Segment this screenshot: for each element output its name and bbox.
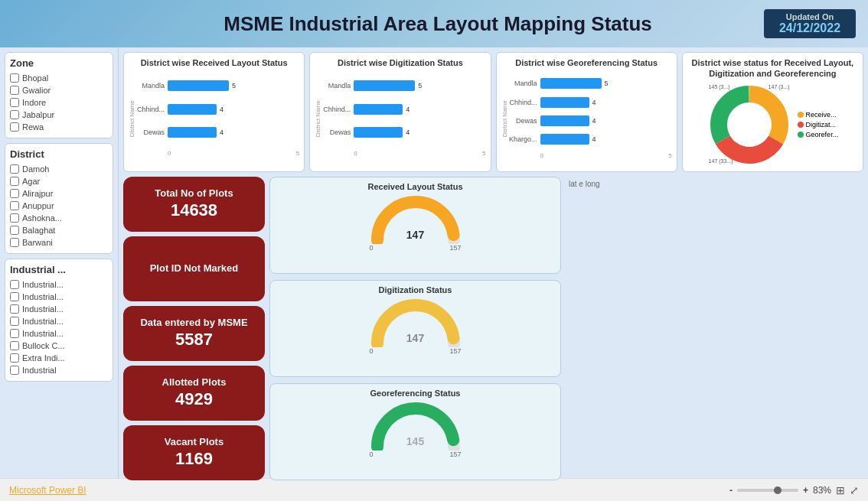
- bar-row-mandla-2: Mandla 5: [321, 80, 485, 91]
- industrial-4-label: Industrial...: [22, 317, 64, 326]
- header: MSME Industrial Area Layout Mapping Stat…: [0, 0, 868, 47]
- industrial-5[interactable]: Industrial...: [10, 327, 108, 340]
- bar-dewas-2: [354, 127, 403, 138]
- district-barwani[interactable]: Barwani: [10, 236, 108, 249]
- metric-allotted-value: 4929: [132, 389, 256, 409]
- zone-rewa-label: Rewa: [22, 122, 44, 132]
- zoom-thumb: [774, 486, 782, 494]
- industrial-2-checkbox[interactable]: [10, 292, 19, 301]
- district-agar-checkbox[interactable]: [10, 177, 19, 186]
- bar-mandla-2: [354, 80, 415, 91]
- zoom-plus-btn[interactable]: +: [803, 485, 808, 496]
- industrial-bullock-checkbox[interactable]: [10, 341, 19, 350]
- chart-combined: District wise status for Received Layout…: [682, 52, 863, 172]
- industrial-extra-checkbox[interactable]: [10, 353, 19, 363]
- bar-row-dewas-1: Dewas 4: [135, 127, 299, 138]
- gauge-georef-widget: 145: [370, 401, 462, 451]
- pie-label-tl: 145 (3...): [709, 84, 730, 89]
- zone-jabalpur-checkbox[interactable]: [10, 110, 19, 119]
- industrial-2[interactable]: Industrial...: [10, 291, 108, 303]
- fit-icon[interactable]: ⊞: [836, 484, 845, 496]
- district-list[interactable]: Damoh Agar Alirajpur Anuppur Ashokna...: [10, 163, 108, 249]
- legend-label-receive: Receive...: [806, 111, 837, 119]
- updated-label: Updated On: [772, 12, 848, 21]
- zoom-slider[interactable]: [737, 489, 798, 492]
- district-anuppur-checkbox[interactable]: [10, 201, 19, 210]
- bar-mandla-3: [540, 78, 602, 89]
- gauge-layout-range: 0 157: [370, 244, 462, 252]
- updated-date: 24/12/2022: [772, 21, 848, 35]
- industrial-bullock[interactable]: Bullock C...: [10, 340, 108, 352]
- district-damoh-checkbox[interactable]: [10, 164, 19, 174]
- zone-jabalpur[interactable]: Jabalpur: [10, 109, 108, 121]
- industrial-8[interactable]: Industrial: [10, 364, 108, 376]
- metric-plotid-title: Plot ID Not Marked: [132, 262, 256, 275]
- legend-dot-georef: [798, 132, 804, 138]
- district-ashokna-checkbox[interactable]: [10, 213, 19, 223]
- industrial-4[interactable]: Industrial...: [10, 315, 108, 327]
- district-anuppur-label: Anuppur: [22, 201, 54, 210]
- district-anuppur[interactable]: Anuppur: [10, 200, 108, 212]
- zone-bhopal-checkbox[interactable]: [10, 73, 19, 83]
- metric-plot-id: Plot ID Not Marked: [123, 236, 265, 301]
- district-agar[interactable]: Agar: [10, 175, 108, 187]
- zone-list[interactable]: Bhopal Gwalior Indore Jabalpur Rewa: [10, 72, 108, 133]
- industrial-4-checkbox[interactable]: [10, 317, 19, 326]
- metrics-column: Total No of Plots 14638 Plot ID Not Mark…: [123, 177, 265, 480]
- chart-digit-axis: 0 5: [321, 150, 485, 157]
- chart-digitization-status: District wise Digitization Status Distri…: [309, 52, 491, 172]
- district-barwani-checkbox[interactable]: [10, 238, 19, 247]
- industrial-1-checkbox[interactable]: [10, 280, 19, 289]
- gauges-column: Received Layout Status 147 0 157: [269, 177, 561, 480]
- pie-label-bl: 147 (33...): [709, 158, 733, 164]
- chart-digit-ylabel: District Name: [315, 71, 321, 166]
- zone-rewa-checkbox[interactable]: [10, 122, 19, 132]
- gauge-digit-widget: 147: [370, 298, 462, 347]
- zone-jabalpur-label: Jabalpur: [22, 110, 54, 119]
- industrial-1[interactable]: Industrial...: [10, 278, 108, 291]
- coords-label: lat e long: [569, 180, 600, 188]
- industrial-3-checkbox[interactable]: [10, 304, 19, 314]
- zone-indore[interactable]: Indore: [10, 96, 108, 109]
- chart-layout-axis: 0 5: [135, 150, 299, 157]
- district-damoh[interactable]: Damoh: [10, 163, 108, 175]
- bar-row-chhind-2: Chhind... 4: [321, 104, 485, 115]
- industrial-8-checkbox[interactable]: [10, 366, 19, 375]
- zone-rewa[interactable]: Rewa: [10, 121, 108, 133]
- bar-dewas-1: [168, 127, 217, 138]
- chart-layout-status: District wise Received Layout Status Dis…: [123, 52, 305, 172]
- district-ashokna[interactable]: Ashokna...: [10, 212, 108, 224]
- metric-data-value: 5587: [132, 330, 256, 350]
- zoom-minus-btn[interactable]: -: [729, 485, 733, 496]
- bar-row-mandla-3: Mandla 5: [508, 78, 672, 89]
- bar-row-mandla-1: Mandla 5: [135, 80, 299, 91]
- powerbi-link[interactable]: Microsoft Power BI: [9, 485, 86, 496]
- metric-vacant-title: Vacant Plots: [132, 436, 256, 448]
- gauge-layout-title: Received Layout Status: [367, 182, 462, 191]
- district-damoh-label: Damoh: [22, 164, 49, 174]
- zone-gwalior-label: Gwalior: [22, 86, 51, 95]
- zone-bhopal[interactable]: Bhopal: [10, 72, 108, 84]
- chart-georef-ylabel: District Name: [501, 71, 508, 166]
- industrial-list[interactable]: Industrial... Industrial... Industrial..…: [10, 278, 108, 376]
- metric-total-value: 14638: [132, 200, 256, 220]
- district-barwani-label: Barwani: [22, 238, 53, 247]
- gauge-digit-title: Digitization Status: [379, 285, 452, 294]
- zone-filter: Zone Bhopal Gwalior Indore Jabalpur: [5, 52, 113, 138]
- svg-point-3: [733, 108, 766, 142]
- industrial-extra[interactable]: Extra Indi...: [10, 352, 108, 364]
- district-alirajpur-checkbox[interactable]: [10, 189, 19, 198]
- district-balaghat-checkbox[interactable]: [10, 226, 19, 235]
- industrial-3[interactable]: Industrial...: [10, 303, 108, 315]
- metric-total-title: Total No of Plots: [132, 187, 256, 200]
- zone-indore-checkbox[interactable]: [10, 98, 19, 107]
- zone-label: Zone: [10, 57, 108, 69]
- bottom-row: Total No of Plots 14638 Plot ID Not Mark…: [119, 177, 868, 485]
- metric-allotted: Allotted Plots 4929: [123, 366, 265, 421]
- district-alirajpur[interactable]: Alirajpur: [10, 187, 108, 200]
- expand-icon[interactable]: ⤢: [850, 484, 859, 496]
- district-balaghat[interactable]: Balaghat: [10, 224, 108, 236]
- zone-gwalior[interactable]: Gwalior: [10, 84, 108, 96]
- zone-gwalior-checkbox[interactable]: [10, 86, 19, 95]
- industrial-5-checkbox[interactable]: [10, 329, 19, 338]
